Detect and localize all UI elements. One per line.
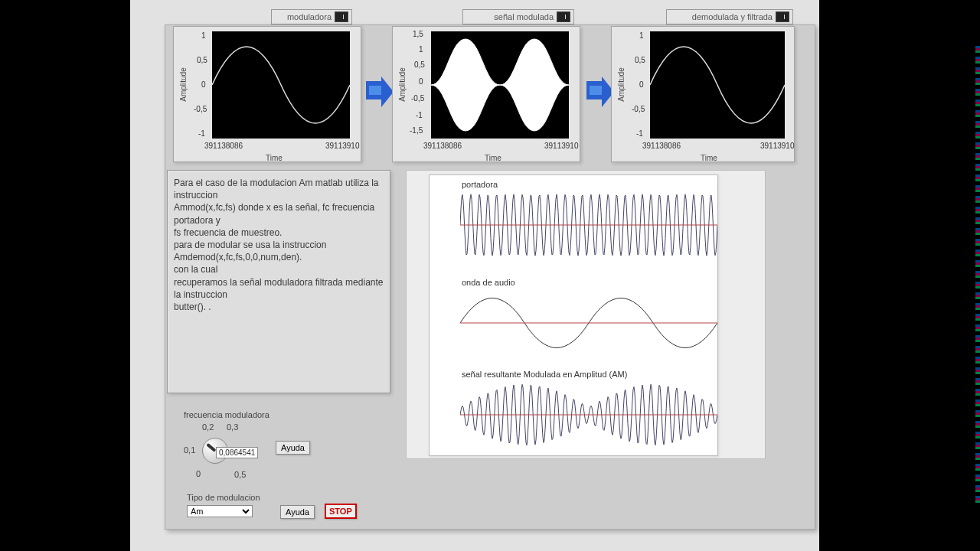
tick: 391138086 [204,142,243,150]
tick: 0 [639,80,644,89]
tick: 0,5 [197,56,207,64]
scope2-header: señal modulada [462,9,574,24]
tick: 1 [639,31,644,40]
tick: 391138086 [423,142,462,150]
knob-tick-01: 0,1 [184,445,195,455]
knob-value-display[interactable]: 0,0864541 [216,447,258,458]
tick: 391138086 [642,142,681,150]
tick: 0 [419,77,423,86]
scope3-plot[interactable] [650,31,785,139]
scope3-ylabel: Amplitude [617,67,626,101]
tick: 39113910 [544,142,579,150]
tick: -1 [416,111,423,119]
scope2-xlabel: Time [485,154,501,162]
arrow-icon [586,81,602,99]
ayuda-button-select[interactable]: Ayuda [280,505,315,519]
knob-label: frecuencia moduladora [184,410,270,419]
tick: -0,5 [411,94,424,103]
tick: 0 [201,80,206,89]
scope1-ylabel: Amplitude [179,67,188,101]
tick: 39113910 [760,142,795,150]
scope1-plot[interactable] [212,31,350,139]
scope3-xlabel: Time [701,154,717,162]
tick: 1 [419,45,423,54]
tick: -1,5 [410,126,423,135]
waveform-icon [776,11,789,22]
scope2-plot[interactable] [431,31,569,139]
tick: 1,5 [413,30,423,38]
diagram-title-carrier: portadora [462,180,498,189]
scope1-xlabel: Time [266,154,283,162]
tick: -1 [198,129,205,138]
tick: -1 [636,129,643,138]
modulation-type-select[interactable]: Am [187,505,253,517]
render-artifact [975,46,980,505]
am-wave [460,380,717,449]
ayuda-button-knob[interactable]: Ayuda [276,441,310,455]
diagram-panel: portadora onda de audio señal resultante… [429,174,718,456]
audio-wave [460,289,717,357]
scope1-frame: Amplitude 1 0,5 0 -0,5 -1 391138086 3911… [173,26,361,162]
scope3-title: demodulada y filtrada [692,12,773,21]
info-textbox: Para el caso de la modulacion Am matlab … [167,170,390,393]
tick: 39113910 [325,142,360,150]
tick: -0,5 [194,105,207,113]
scope2-title: señal modulada [494,12,554,21]
scope1-title: moduladora [287,12,332,21]
modulation-type-label: Tipo de modulacion [187,493,260,502]
tick: -0,5 [632,105,645,113]
tick: 0,5 [635,56,645,64]
knob-tick-02: 0,2 [202,422,214,432]
knob-tick-05: 0,5 [234,470,246,479]
knob-tick-03: 0,3 [227,422,238,432]
knob-tick-0: 0 [196,469,201,478]
scope3-frame: Amplitude 1 0,5 0 -0,5 -1 391138086 3911… [611,26,795,162]
tick: 0,5 [414,60,425,69]
stop-button[interactable]: STOP [325,504,357,519]
scope2-frame: Amplitude 1,5 1 0,5 0 -0,5 -1 -1,5 39113… [392,26,580,162]
scope1-header: moduladora [271,9,352,24]
waveform-icon [335,11,348,22]
diagram-title-audio: onda de audio [462,278,515,287]
scope2-ylabel: Amplitude [398,67,407,101]
carrier-wave [460,191,717,259]
diagram-title-am: señal resultante Modulada en Amplitud (A… [462,370,627,379]
arrow-icon [366,81,381,99]
waveform-icon [557,11,570,22]
scope3-header: demodulada y filtrada [666,9,793,24]
tick: 1 [201,31,206,40]
